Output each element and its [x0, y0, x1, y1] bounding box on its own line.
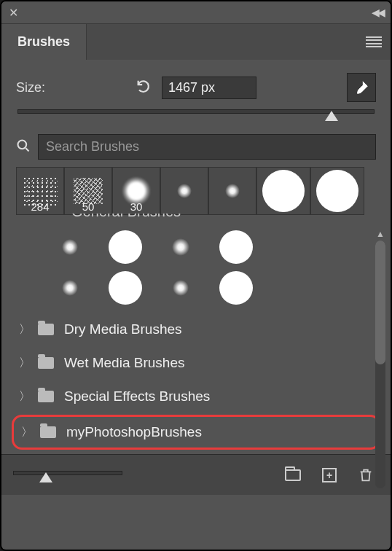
panel-titlebar: ✕ ◀◀ — [1, 1, 391, 23]
scrollbar-column: ▲ — [373, 227, 388, 488]
size-slider[interactable] — [17, 106, 375, 121]
scrollbar-track[interactable] — [375, 241, 385, 488]
brush-preset[interactable] — [153, 267, 208, 308]
chevron-right-icon: 〉 — [19, 389, 28, 405]
trash-icon — [358, 467, 374, 483]
close-icon[interactable]: ✕ — [9, 6, 18, 20]
folder-row-cutoff: General Brushes — [1, 214, 391, 224]
folder-label: Dry Media Brushes — [64, 321, 182, 337]
collapse-icon[interactable]: ◀◀ — [372, 7, 383, 18]
folder-label: Special Effects Brushes — [64, 388, 210, 405]
brush-preset[interactable] — [98, 267, 153, 308]
brush-preset[interactable] — [256, 167, 310, 215]
recent-brushes-strip: 284 50 30 — [1, 167, 391, 215]
chevron-right-icon: 〉 — [19, 356, 28, 371]
panel-menu-icon[interactable] — [366, 36, 382, 48]
brush-preset[interactable] — [208, 167, 256, 215]
brushes-panel: ✕ ◀◀ Brushes Size: — [1, 1, 391, 550]
scrollbar-thumb[interactable] — [375, 241, 385, 364]
general-brushes-grid — [1, 224, 307, 313]
size-input[interactable] — [162, 77, 256, 99]
tab-bar: Brushes — [1, 23, 391, 60]
tab-bar-spacer — [87, 23, 391, 60]
search-input[interactable] — [38, 134, 376, 160]
chevron-right-icon: 〉 — [19, 322, 28, 337]
brush-preset[interactable] — [310, 167, 364, 215]
new-page-icon — [322, 468, 337, 482]
size-slider-thumb[interactable] — [325, 111, 338, 121]
brush-preview-toggle[interactable] — [347, 73, 376, 102]
load-brushes-button[interactable] — [280, 464, 306, 487]
folder-icon — [38, 357, 54, 369]
reset-size-icon[interactable] — [136, 78, 152, 98]
size-label: Size: — [16, 80, 125, 95]
folder-label: myPhotoshopBrushes — [66, 424, 202, 440]
svg-point-0 — [18, 140, 27, 149]
search-icon — [16, 138, 31, 156]
folder-label: Wet Media Brushes — [64, 355, 184, 371]
folder-icon — [38, 324, 54, 335]
folder-icon — [285, 469, 301, 481]
brush-preset[interactable] — [208, 267, 264, 308]
tab-brushes[interactable]: Brushes — [1, 23, 87, 60]
size-row: Size: — [1, 60, 391, 106]
brush-preset[interactable] — [42, 227, 98, 267]
highlighted-folder: 〉 myPhotoshopBrushes — [12, 415, 380, 450]
brush-preset[interactable] — [153, 227, 208, 267]
chevron-right-icon: 〉 — [21, 425, 30, 440]
scroll-up-icon[interactable]: ▲ — [373, 227, 388, 241]
thumbnail-size-slider[interactable] — [13, 468, 122, 482]
panel-footer — [1, 454, 391, 495]
new-brush-button[interactable] — [316, 464, 342, 487]
folder-icon — [38, 391, 54, 402]
brush-preset[interactable] — [42, 267, 98, 308]
folder-row-dry-media[interactable]: 〉 Dry Media Brushes — [1, 313, 391, 346]
size-slider-wrap — [1, 106, 391, 128]
search-row — [1, 128, 391, 167]
brush-preset[interactable]: 284 — [16, 167, 64, 215]
folder-icon — [40, 426, 56, 438]
thumbnail-slider-thumb[interactable] — [39, 472, 52, 482]
brush-preset[interactable]: 50 — [64, 167, 112, 215]
folder-row-myphotoshopbrushes[interactable]: 〉 myPhotoshopBrushes — [20, 421, 372, 443]
brush-preset[interactable] — [208, 227, 264, 267]
brush-preset[interactable] — [160, 167, 208, 215]
brush-preset[interactable] — [98, 227, 153, 267]
folder-row-wet-media[interactable]: 〉 Wet Media Brushes — [1, 346, 391, 380]
folder-row-special-effects[interactable]: 〉 Special Effects Brushes — [1, 380, 391, 413]
brush-preset[interactable]: 30 — [112, 167, 160, 215]
